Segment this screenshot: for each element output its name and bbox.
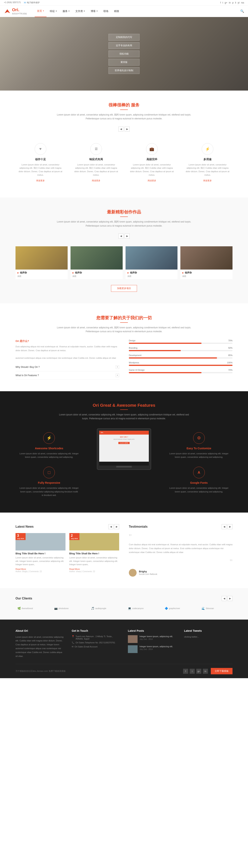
services-next-btn[interactable]: ▶ [125, 127, 130, 131]
portfolio-item-1[interactable]: ▶ 临拌杂 插图 [71, 246, 122, 279]
news-read-more-1[interactable]: Read More [70, 568, 80, 570]
footer-social-facebook[interactable]: f [183, 669, 188, 674]
footer-download-button[interactable]: 立即下载模板 [211, 668, 232, 674]
skill-bar-0: Design 70% [129, 339, 232, 344]
about-divider [120, 322, 128, 323]
service-desc-1: Lorem ipsum dolor sit amet, consectetur … [74, 163, 118, 177]
accordion-header-1[interactable]: What Is Ori Features ? + [16, 371, 119, 379]
hero-btn-2[interactable]: 强拓功能 [109, 51, 139, 57]
skill-track-0 [129, 343, 232, 344]
hero-btn-4[interactable]: 世界领先设计制制 [109, 67, 139, 74]
portfolio-desc: Lorem ipsum dolor sit amet, consectetur … [56, 220, 192, 228]
footer-about-col: About Ori Lorem ipsum dolor sit amet, co… [16, 629, 64, 658]
nav-item-home[interactable]: 首页▼ [35, 5, 47, 17]
footer-post-date-1: July 2nd - 2014 [139, 648, 173, 650]
hero-btn-3[interactable]: 紧排版 [109, 59, 139, 66]
about-desc: Lorem ipsum dolor sit amet, consectetur … [56, 326, 192, 334]
social-facebook[interactable]: f [220, 1, 221, 4]
footer-post-title-1: Integer lorem ipsum, adipiscing elit. [139, 645, 173, 648]
clients-next-btn[interactable]: ▶ [227, 596, 232, 601]
hero-btn-1[interactable]: 近乎专业的布局 [109, 42, 139, 49]
social-twitter[interactable]: t [222, 1, 223, 4]
portfolio-item-3[interactable]: ▶ 临拌杂 插图 [181, 246, 232, 279]
testimonials-nav-arrows: ◀ ▶ [222, 524, 232, 529]
news-meta-0: Author: Brigity | Comments: 22 [16, 570, 65, 572]
news-prev-btn[interactable]: ◀ [108, 524, 113, 529]
client-logo-0[interactable]: 🌿 themeforest [16, 605, 49, 612]
testi-prev-btn[interactable]: ◀ [222, 524, 227, 529]
skill-bar-4: Game UI Design 70% [129, 369, 232, 373]
email-link[interactable]: 📧 电子邮件保护 [24, 1, 40, 4]
portfolio-grid: ▶ 临拌杂 插图 ▶ 临拌杂 插图 ▶ 临拌杂 [16, 246, 232, 279]
social-youtube[interactable]: yt [238, 1, 240, 4]
portfolio-next-btn[interactable]: ▶ [125, 234, 130, 239]
portfolio-section: 最新精彩创作作品 Lorem ipsum dolor sit amet, con… [0, 197, 248, 303]
news-meta-1: Author: sharp | Comments: 22 [70, 570, 119, 572]
service-link-3[interactable]: 阅读更多 [203, 179, 212, 182]
search-icon[interactable]: 🔍 [240, 9, 244, 13]
skill-percent-1: 50% [228, 347, 232, 349]
feature-desc-left-1: Lorem ipsum dolor sit amet, consectetur … [19, 486, 79, 497]
client-logo-2[interactable]: 🎵 audiojungle [89, 605, 122, 612]
feature-title-left-1: Fully Responsive [19, 481, 79, 484]
nav-item-services[interactable]: 服务▼ [60, 5, 72, 17]
footer-post-1[interactable]: Integer lorem ipsum, adipiscing elit. Ju… [128, 645, 176, 653]
news-read-more-0[interactable]: Read More [16, 568, 26, 570]
social-google[interactable]: g+ [225, 1, 227, 4]
social-instagram[interactable]: in [229, 1, 230, 4]
portfolio-nav: ◀ ▶ [16, 234, 232, 239]
nav-item-portfolio[interactable]: 文作类▼ [73, 5, 87, 17]
testi-next-btn[interactable]: ▶ [227, 524, 232, 529]
client-icon-3: 💻 [128, 607, 131, 610]
client-logo-4[interactable]: 🔷 graphicriver [163, 605, 196, 612]
portfolio-prev-btn[interactable]: ◀ [118, 234, 123, 239]
footer-social-linkedin[interactable]: in [203, 669, 208, 674]
social-pinterest[interactable]: p [232, 1, 234, 4]
portfolio-info-3: ▶ 临拌杂 插图 [181, 270, 232, 279]
portfolio-item-0[interactable]: ▶ 临拌杂 插图 [16, 246, 67, 279]
footer-post-0[interactable]: Integer lorem ipsum, adipiscing elit. Ju… [128, 635, 176, 643]
nav-item-features[interactable]: 特征▼ [48, 5, 59, 17]
nav-item-contact[interactable]: 联络 [101, 5, 111, 17]
client-name-3: codecanyon [132, 607, 143, 610]
accordion-header-0[interactable]: Why Should I Buy Ori ? + [16, 363, 119, 371]
laptop-mockup: Ori. WHY ORI ? RESPONSIVE HTML5 TEMPLATE… [97, 428, 151, 470]
client-name-2: audiojungle [95, 607, 106, 610]
load-more-button[interactable]: 加载更多项目 [111, 285, 137, 292]
client-logo-5[interactable]: 🌊 3docean [199, 605, 232, 612]
service-link-2[interactable]: 阅读更多 [148, 179, 156, 182]
portfolio-tag-name-3: 临拌杂 [185, 271, 192, 274]
clients-grid: 🌿 themeforest 📷 photodune 🎵 audiojungle … [16, 605, 232, 612]
portfolio-item-2[interactable]: ▶ 临拌杂 插图 [126, 246, 178, 279]
skill-fill-1 [129, 350, 181, 351]
footer-post-date-0: July 2nd - 2014 [139, 638, 173, 640]
footer-social-google[interactable]: g+ [196, 669, 201, 674]
navbar: Ori. 精美的HTML模板 首页▼ 特征▼ 服务▼ 文作类▼ 博客▼ 联络 精… [0, 5, 248, 17]
quote-close: " [129, 558, 232, 566]
skill-fill-3 [129, 365, 232, 366]
services-section: 很棒很棒的 服务 Lorem ipsum dolor sit amet, con… [0, 91, 248, 197]
hero-btn-0[interactable]: 定制精美的代写 [109, 34, 139, 41]
service-item-2: 💼 高级完毕 Lorem ipsum dolor sit amet, conse… [127, 139, 177, 186]
service-link-1[interactable]: 阅读更多 [92, 179, 100, 182]
social-linkedin[interactable]: li [235, 1, 236, 4]
nav-item-blog[interactable]: 博客▼ [88, 5, 100, 17]
logo[interactable]: Ori. 精美的HTML模板 [4, 7, 27, 15]
quote-open: " [129, 533, 232, 541]
feature-title-right-0: Easy To Customize [169, 447, 229, 450]
clients-prev-btn[interactable]: ◀ [222, 596, 227, 601]
footer-post-info-1: Integer lorem ipsum, adipiscing elit. Ju… [139, 645, 173, 653]
nav-item-refined[interactable]: 精致 [112, 5, 121, 17]
client-logo-1[interactable]: 📷 photodune [52, 605, 85, 612]
portfolio-info-1: ▶ 临拌杂 插图 [71, 270, 122, 279]
news-next-btn[interactable]: ▶ [114, 524, 119, 529]
service-item-3: ⚡ 多用途 Lorem ipsum dolor sit amet, consec… [183, 139, 233, 186]
services-prev-btn[interactable]: ◀ [118, 127, 123, 131]
service-link-0[interactable]: 阅读更多 [36, 179, 45, 182]
client-logo-3[interactable]: 💻 codecanyon [126, 605, 159, 612]
footer-social-twitter[interactable]: t [190, 669, 195, 674]
skill-bar-3: Wordpress 100% [129, 362, 232, 366]
social-rss[interactable]: rss [241, 1, 244, 4]
feature-item-right-0: ⚙ Easy To Customize Lorem ipsum dolor si… [165, 428, 232, 463]
skill-percent-3: 100% [227, 362, 232, 364]
